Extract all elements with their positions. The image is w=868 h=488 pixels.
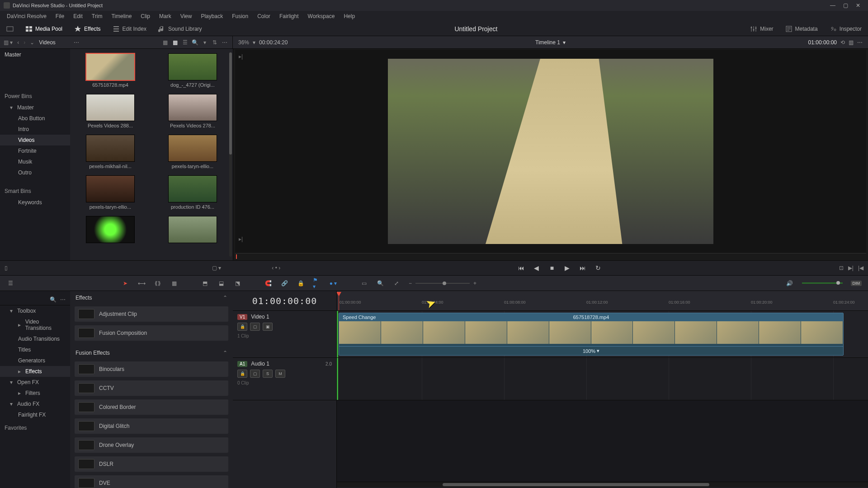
marker-tool[interactable]: ● ▾ (329, 279, 337, 287)
menu-timeline[interactable]: Timeline (107, 12, 136, 21)
effect-digital-glitch[interactable]: Digital Glitch (75, 418, 228, 434)
media-clip[interactable]: pexels-mikhail-nil... (75, 135, 145, 169)
effect-cctv[interactable]: CCTV (75, 380, 228, 396)
menu-color[interactable]: Color (253, 12, 274, 21)
match-frame-prev-icon[interactable]: ‹ • › (272, 265, 280, 271)
collapse-icon[interactable]: ⌃ (223, 295, 227, 301)
nav-back-icon[interactable]: ‹ (17, 39, 19, 46)
snap-toggle[interactable]: 🧲 (264, 279, 272, 287)
bin-keywords[interactable]: Keywords (0, 197, 70, 208)
track-a1[interactable] (337, 358, 868, 400)
clip-thumbnail[interactable] (168, 175, 217, 202)
lock-toggle[interactable]: 🔒 (297, 279, 305, 287)
clip-thumbnail[interactable] (168, 135, 217, 162)
minimize-button[interactable]: — (826, 1, 839, 10)
dynamic-trim-tool[interactable]: ⟪⟫ (154, 279, 162, 287)
stop-button[interactable]: ■ (547, 264, 557, 272)
media-clip[interactable]: pexels-taryn-ellio... (158, 135, 227, 169)
effects-search-icon[interactable]: 🔍 (50, 296, 57, 303)
effect-adjustment-clip[interactable]: Adjustment Clip (75, 306, 228, 322)
zoom-search-icon[interactable]: 🔍 (376, 279, 384, 287)
insert-tool[interactable]: ⬒ (201, 279, 209, 287)
media-clip[interactable]: production ID 476... (158, 175, 227, 210)
menu-file[interactable]: File (52, 12, 68, 21)
clip-thumbnail[interactable] (86, 175, 135, 202)
fairlightfx-node[interactable]: Fairlight FX (0, 409, 70, 420)
effects-tree-options-icon[interactable]: ⋯ (60, 296, 66, 303)
effect-dve[interactable]: DVE (75, 475, 228, 488)
pool-options-icon[interactable]: ⋯ (221, 39, 229, 46)
fullscreen-toggle[interactable] (5, 25, 15, 33)
pool-scrollbar[interactable] (229, 52, 232, 257)
volume-icon[interactable]: 🔊 (786, 279, 794, 287)
track-header-a1[interactable]: A1 Audio 1 2.0 🔒 ▢ S M 0 Clip (233, 358, 336, 400)
search-dropdown-icon[interactable]: ▾ (201, 39, 209, 46)
media-clip[interactable]: Pexels Videos 278... (158, 94, 227, 128)
menu-clip[interactable]: Clip (137, 12, 154, 21)
timeline-timecode[interactable]: 01:00:00:00 (233, 291, 336, 311)
replace-tool[interactable]: ⬔ (233, 279, 241, 287)
view-metadata-icon[interactable]: ▦ (161, 39, 169, 46)
effects-toggle[interactable]: Effects (72, 25, 102, 33)
timeline-name[interactable]: Timeline 1 (535, 39, 560, 46)
a1-lock-button[interactable]: 🔒 (237, 370, 247, 378)
track-v1[interactable]: Speed Change 657518728.mp4 100% ▾ (337, 311, 868, 358)
clip-speed-value[interactable]: 100% ▾ (339, 346, 843, 355)
edit-index-toggle[interactable]: Edit Index (111, 25, 148, 33)
bin-intro[interactable]: Intro (0, 124, 70, 135)
selection-tool[interactable]: ➤ (121, 279, 129, 287)
timeline-dropdown-icon[interactable]: ▾ (563, 39, 566, 46)
media-clip[interactable] (75, 216, 145, 245)
match-frame-icon[interactable]: ⊡ (839, 265, 844, 271)
dim-toggle[interactable]: DIM (851, 281, 862, 286)
flag-tool[interactable]: ⚑ ▾ (313, 279, 321, 287)
media-clip[interactable]: 657518728.mp4 (75, 53, 145, 88)
go-in-icon[interactable]: ▶| (848, 265, 854, 271)
menu-help[interactable]: Help (340, 12, 359, 21)
menu-edit[interactable]: Edit (69, 12, 87, 21)
track-header-v1[interactable]: V1 Video 1 🔒 ▢ ▣ 1 Clip (233, 311, 336, 358)
bin-abo-button[interactable]: Abo Button (0, 113, 70, 124)
v1-enable-button[interactable]: ▣ (263, 323, 273, 331)
menu-fusion[interactable]: Fusion (228, 12, 252, 21)
effect-dslr[interactable]: DSLR (75, 456, 228, 472)
media-clip[interactable]: pexels-taryn-ellio... (75, 175, 145, 210)
inspector-toggle[interactable]: Inspector (828, 25, 863, 33)
sort-icon[interactable]: ⇅ (211, 39, 219, 46)
clip-thumbnail[interactable] (86, 216, 135, 243)
pool-breadcrumb[interactable]: Videos (39, 39, 55, 46)
a1-auto-select-button[interactable]: ▢ (250, 370, 260, 378)
bin-videos[interactable]: Videos (0, 135, 70, 145)
breadcrumb-menu-icon[interactable]: ⋯ (74, 39, 79, 46)
trim-tool[interactable]: ⟷ (137, 279, 146, 287)
effect-drone-overlay[interactable]: Drone Overlay (75, 437, 228, 453)
bin-musik[interactable]: Musik (0, 156, 70, 167)
viewer-options-icon[interactable]: ⋯ (857, 39, 863, 46)
maximize-button[interactable]: ▢ (839, 1, 852, 10)
timeline-clip[interactable]: Speed Change 657518728.mp4 100% ▾ (339, 313, 844, 356)
go-out-icon[interactable]: |◀ (858, 265, 863, 271)
bin-master[interactable]: Master (0, 49, 70, 61)
clip-thumbnail[interactable] (86, 94, 135, 121)
zoom-slider[interactable]: − + (409, 280, 476, 286)
audiofx-node[interactable]: ▾Audio FX (0, 399, 70, 409)
bin-power-master[interactable]: ▾Master (0, 102, 70, 113)
viewer-scrubber[interactable] (235, 253, 866, 260)
nav-path-icon[interactable]: ⌄ (30, 39, 34, 46)
timeline-h-scrollbar[interactable] (337, 482, 868, 487)
link-toggle[interactable]: 🔗 (280, 279, 288, 287)
media-clip[interactable]: dog_-_4727 (Origi... (158, 53, 227, 88)
timeline-tracks[interactable]: 01:00:00:00 01:00:04:00 01:00:08:00 01:0… (337, 291, 868, 488)
metadata-toggle[interactable]: Metadata (783, 25, 820, 33)
menu-fairlight[interactable]: Fairlight (275, 12, 303, 21)
v1-auto-select-button[interactable]: ▢ (250, 323, 260, 331)
mixer-toggle[interactable]: Mixer (748, 25, 775, 33)
viewer-canvas[interactable]: ▸| ▸| (235, 50, 866, 253)
pool-layout-icon[interactable]: ▥ ▾ (4, 39, 13, 46)
v1-lock-button[interactable]: 🔒 (237, 323, 247, 331)
media-pool-toggle[interactable]: Media Pool (24, 25, 64, 33)
clip-thumbnail[interactable] (86, 53, 135, 80)
step-back-button[interactable]: ◀ (532, 264, 541, 272)
toolbox-node[interactable]: ▾Toolbox (0, 305, 70, 316)
media-clip[interactable] (158, 216, 227, 245)
